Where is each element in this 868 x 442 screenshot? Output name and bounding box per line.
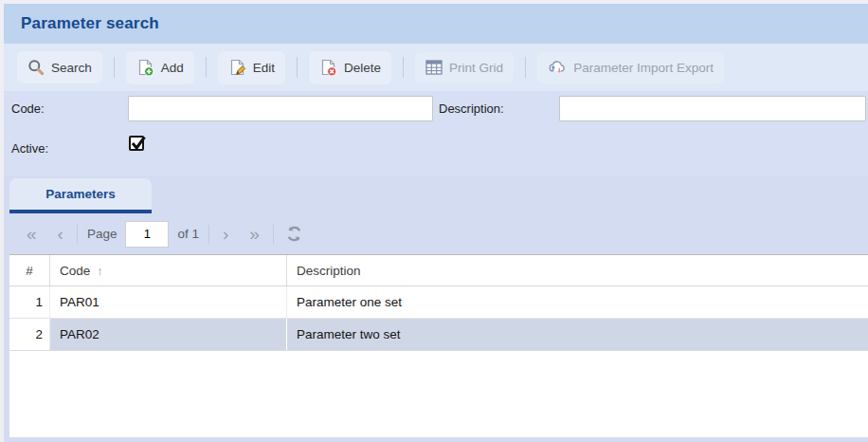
parameter-import-export-button[interactable]: Parameter Import Export [537, 52, 724, 83]
tab-parameters-label: Parameters [9, 178, 152, 210]
results-section: Parameters « ‹ Page of 1 › » [4, 175, 868, 442]
tab-strip: Parameters [9, 178, 868, 213]
delete-icon [319, 59, 337, 77]
search-button[interactable]: Search [17, 51, 102, 83]
parameter-search-window: Parameter search Search [4, 4, 868, 442]
pager-separator [208, 225, 209, 244]
toolbar-separator [114, 57, 115, 78]
print-grid-icon [425, 60, 443, 75]
edit-icon [228, 59, 246, 77]
add-icon [136, 59, 154, 77]
print-grid-button[interactable]: Print Grid [415, 52, 514, 83]
grid-header: # Code ↑ Description [9, 255, 868, 286]
table-row-selected[interactable]: 2 PAR02 Parameter two set [9, 319, 868, 351]
page-label: Page [87, 227, 118, 241]
toolbar-separator [206, 57, 207, 78]
add-button[interactable]: Add [126, 51, 194, 84]
grid-empty-area [9, 351, 868, 437]
column-header-description[interactable]: Description [287, 255, 868, 285]
page-number-input[interactable] [125, 221, 169, 248]
toolbar-separator [297, 57, 298, 78]
paging-toolbar: « ‹ Page of 1 › » [9, 213, 868, 254]
print-grid-button-label: Print Grid [449, 61, 503, 75]
row-number-cell: 2 [9, 319, 50, 350]
search-form: Code: Description: Active: [4, 91, 868, 175]
parameter-import-export-button-label: Parameter Import Export [573, 61, 714, 75]
add-button-label: Add [161, 61, 184, 75]
page-title: Parameter search [21, 14, 159, 33]
page-of-label: of 1 [177, 227, 199, 241]
active-label: Active: [11, 141, 48, 156]
tab-parameters[interactable]: Parameters [9, 178, 152, 213]
sort-asc-icon: ↑ [97, 264, 103, 278]
cloud-import-export-icon [548, 60, 567, 76]
description-label: Description: [439, 101, 504, 116]
prev-page-button[interactable]: ‹ [54, 225, 67, 243]
last-page-button[interactable]: » [245, 225, 263, 243]
column-header-code-label: Code [60, 264, 90, 278]
description-cell: Parameter one set [287, 286, 868, 318]
edit-button[interactable]: Edit [218, 51, 285, 84]
window-titlebar: Parameter search [4, 4, 868, 44]
description-input[interactable] [559, 96, 866, 121]
refresh-button[interactable] [283, 225, 305, 243]
code-label: Code: [11, 101, 45, 116]
pager-separator [273, 225, 274, 244]
delete-button[interactable]: Delete [309, 51, 391, 84]
first-page-button[interactable]: « [23, 225, 41, 243]
search-icon [27, 59, 45, 76]
code-cell: PAR01 [50, 286, 287, 318]
active-checkbox[interactable] [129, 136, 144, 151]
edit-button-label: Edit [253, 61, 275, 75]
toolbar: Search Add [4, 44, 868, 91]
code-cell: PAR02 [50, 319, 287, 350]
toolbar-separator [403, 57, 404, 78]
delete-button-label: Delete [344, 61, 381, 75]
column-header-description-label: Description [297, 264, 361, 278]
toolbar-separator [525, 57, 526, 78]
column-header-code[interactable]: Code ↑ [50, 255, 287, 285]
refresh-icon [285, 225, 303, 243]
parameters-grid: # Code ↑ Description 1 PAR01 Parameter o… [9, 254, 868, 437]
search-button-label: Search [51, 61, 92, 75]
row-number-cell: 1 [9, 286, 50, 318]
pager-separator [77, 225, 78, 244]
code-input[interactable] [128, 96, 433, 121]
description-cell: Parameter two set [287, 319, 868, 350]
table-row[interactable]: 1 PAR01 Parameter one set [9, 286, 868, 319]
next-page-button[interactable]: › [219, 225, 232, 243]
column-header-rownumber: # [9, 255, 50, 285]
